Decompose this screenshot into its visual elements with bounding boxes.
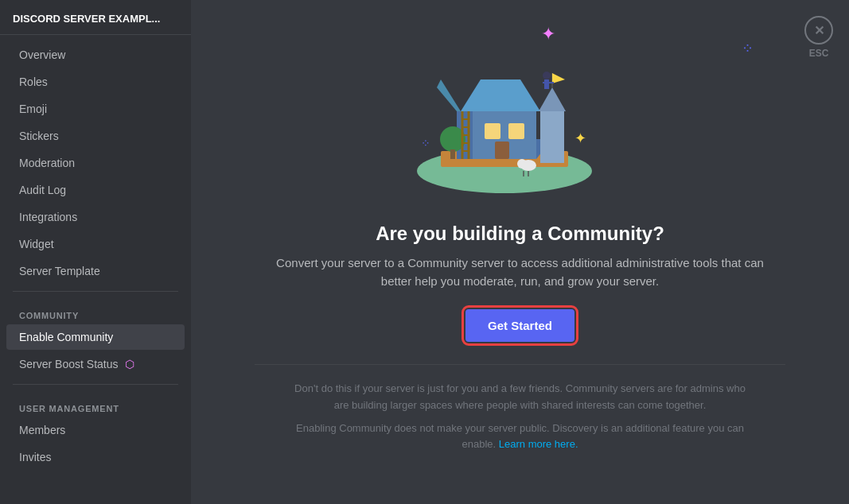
sidebar-item-invites[interactable]: Invites — [6, 444, 185, 470]
svg-text:⁘: ⁘ — [421, 137, 430, 149]
sidebar-item-label: Invites — [19, 451, 51, 463]
sidebar-item-integrations[interactable]: Integrations — [6, 204, 185, 230]
get-started-button[interactable]: Get Started — [465, 309, 574, 342]
sidebar-item-emoji[interactable]: Emoji — [6, 96, 185, 122]
sidebar-item-label: Overview — [19, 48, 65, 61]
svg-marker-7 — [437, 79, 461, 111]
sidebar-item-server-template[interactable]: Server Template — [6, 258, 185, 284]
user-management-section-label: USER MANAGEMENT — [6, 391, 185, 417]
esc-button[interactable]: ✕ ESC — [804, 16, 833, 59]
hero-title: Are you building a Community? — [376, 223, 664, 245]
svg-rect-15 — [508, 123, 524, 139]
sidebar-item-label: Server Template — [19, 265, 100, 277]
svg-point-25 — [517, 159, 527, 169]
close-icon[interactable]: ✕ — [804, 16, 833, 45]
sidebar-item-members[interactable]: Members — [6, 417, 185, 443]
boost-icon: ⬡ — [125, 358, 134, 370]
sidebar-item-moderation[interactable]: Moderation — [6, 150, 185, 176]
sidebar-item-roles[interactable]: Roles — [6, 69, 185, 95]
sidebar-item-label: Audit Log — [19, 184, 66, 196]
learn-more-link[interactable]: Learn more here. — [499, 438, 578, 450]
castle-illustration: ✦ ⁘ — [393, 24, 616, 199]
disclaimer-section: Don't do this if your server is just for… — [255, 381, 785, 459]
svg-rect-16 — [495, 142, 509, 159]
svg-rect-29 — [544, 79, 549, 89]
community-section-label: COMMUNITY — [6, 298, 185, 324]
main-content: ✕ ESC ✦ ✦ ⁘ — [191, 0, 849, 504]
server-name: DISCORD SERVER EXAMPL... — [0, 13, 191, 35]
svg-text:✦: ✦ — [574, 130, 586, 146]
sidebar-item-label: Moderation — [19, 157, 75, 169]
sidebar-divider-2 — [13, 384, 178, 385]
svg-marker-6 — [461, 79, 540, 111]
hero-subtitle: Convert your server to a Community serve… — [262, 254, 779, 290]
sidebar-item-overview[interactable]: Overview — [6, 42, 185, 68]
sidebar-item-server-boost-status[interactable]: Server Boost Status ⬡ — [6, 351, 185, 377]
sidebar-item-label: Members — [19, 424, 65, 436]
svg-rect-14 — [485, 123, 500, 139]
sidebar-divider-1 — [13, 291, 178, 292]
disclaimer-text-1: Don't do this if your server is just for… — [286, 381, 754, 414]
svg-marker-9 — [539, 87, 566, 111]
sidebar-item-label: Roles — [19, 76, 48, 88]
svg-marker-11 — [552, 73, 565, 83]
sidebar-item-label: Stickers — [19, 130, 59, 142]
svg-point-28 — [543, 72, 551, 79]
sidebar-item-widget[interactable]: Widget — [6, 231, 185, 257]
sidebar-item-label: Integrations — [19, 211, 77, 223]
esc-label: ESC — [809, 48, 829, 59]
svg-rect-13 — [450, 149, 455, 159]
sidebar-item-label: Widget — [19, 238, 54, 250]
sidebar-item-label: Server Boost Status — [19, 358, 119, 370]
svg-rect-8 — [540, 111, 564, 163]
hero-section: ✦ ✦ ⁘ — [191, 0, 849, 483]
hero-image: ✦ ⁘ — [393, 24, 648, 207]
sidebar-item-stickers[interactable]: Stickers — [6, 123, 185, 149]
content-divider — [255, 364, 785, 365]
sidebar: DISCORD SERVER EXAMPL... Overview Roles … — [0, 0, 191, 504]
disclaimer-text-2: Enabling Community does not make your se… — [286, 421, 754, 454]
sidebar-item-label: Emoji — [19, 103, 47, 115]
sparkle-dots-top-right: ⁘ — [742, 40, 754, 57]
sidebar-item-enable-community[interactable]: Enable Community — [6, 324, 185, 350]
sidebar-item-label: Enable Community — [19, 331, 113, 343]
sidebar-item-audit-log[interactable]: Audit Log — [6, 177, 185, 203]
